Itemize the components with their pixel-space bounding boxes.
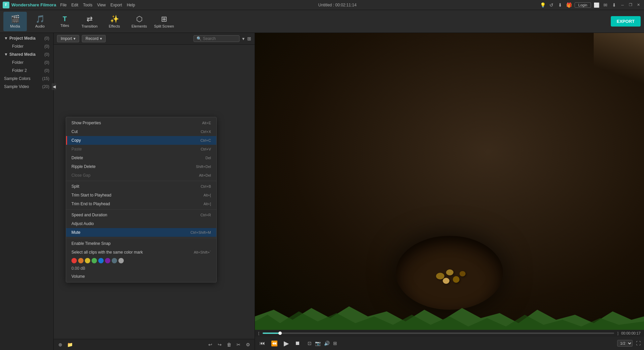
ctx-trim-end-shortcut: Alt+] [204,202,211,206]
ctx-select-same-color-label: Select all clips with the same color mar… [71,250,143,255]
sidebar-item-folder[interactable]: Folder (0) [8,42,53,50]
download-icon[interactable]: ⬇ [557,2,563,8]
export-button[interactable]: EXPORT [611,16,641,27]
search-box[interactable]: 🔍 [194,35,239,42]
color-dot-gray[interactable] [118,258,124,263]
ctx-volume-item[interactable]: Volume [66,272,216,281]
color-dot-yellow[interactable] [85,258,90,263]
tool-elements[interactable]: ⬡ Elements [127,12,151,31]
app-name: Wondershare Filmora [11,2,56,7]
search-input[interactable] [203,36,236,41]
tool-audio-label: Audio [35,24,45,28]
effects-icon: ✨ [110,15,119,24]
stop-button[interactable]: ⏹ [293,340,302,347]
folder-add-icon[interactable]: 📁 [66,341,74,349]
play-button[interactable]: ▶ [282,339,290,348]
ctx-mute[interactable]: Mute Ctrl+Shift+M [66,228,216,237]
import-button[interactable]: Import ▾ [57,35,79,42]
screenshot-icon[interactable]: 📷 [315,341,321,346]
close-button[interactable]: ✕ [636,2,641,8]
color-dot-blue[interactable] [98,258,104,263]
ctx-ripple-delete[interactable]: Ripple Delete Shift+Del [66,162,216,171]
delete-icon[interactable]: 🗑 [225,341,233,349]
sidebar-item-project-media[interactable]: ▼ Project Media (0) [0,34,53,42]
left-bracket-icon[interactable]: [ [258,331,259,335]
frame-icon[interactable]: ⬜ [594,2,600,8]
lamp-icon[interactable]: 💡 [540,2,546,8]
color-dot-gray-blue[interactable] [112,258,117,263]
scissors-icon[interactable]: ✂ [234,341,243,349]
sample-video-label: Sample Video [4,84,29,89]
sidebar-item-shared-folder[interactable]: Folder (0) [8,58,53,67]
fit-icon[interactable]: ⊡ [308,341,312,346]
ctx-speed-duration[interactable]: Speed and Duration Ctrl+R [66,211,216,219]
aspect-icon[interactable]: ⊞ [333,341,337,346]
ctx-select-same-color[interactable]: Select all clips with the same color mar… [66,248,216,257]
color-dot-red[interactable] [71,258,77,263]
ctx-adjust-audio-label: Adjust Audio [71,221,94,226]
record-chevron-icon: ▾ [100,36,102,41]
restore-button[interactable]: ❐ [628,2,633,8]
down-icon[interactable]: ⬇ [611,2,617,8]
refresh-icon[interactable]: ↺ [548,2,554,8]
progress-fill [263,333,280,334]
color-dot-green[interactable] [92,258,97,263]
gift-icon[interactable]: 🎁 [566,2,572,8]
speed-select[interactable]: 1/2 1/4 1 2 [617,340,633,347]
menu-edit[interactable]: Edit [71,3,78,7]
ctx-copy-label: Copy [71,138,81,143]
bottom-toolbar: ⊕ 📁 ↩ ↪ 🗑 ✂ ⚙ [54,339,255,350]
grid-icon[interactable]: ⊞ [247,36,251,41]
ctx-copy[interactable]: Copy Ctrl+C [66,136,216,145]
sidebar-collapse-button[interactable]: ◀ [52,83,56,90]
menu-help[interactable]: Help [127,3,135,7]
playback-progress[interactable] [263,333,614,334]
transition-icon: ⇄ [87,15,93,24]
login-button[interactable]: Login [575,2,591,8]
undo-icon[interactable]: ↩ [206,341,214,349]
preview-controls: ⏮ ⏪ ▶ ⏹ ⊡ 📷 🔊 ⊞ 1/2 1/4 1 2 ⛶ [255,337,644,350]
sidebar-item-shared-media[interactable]: ▼ Shared Media (0) [0,50,53,58]
ctx-show-properties[interactable]: Show Properties Alt+E [66,119,216,127]
tool-effects[interactable]: ✨ Effects [103,12,126,31]
ctx-trim-start[interactable]: Trim Start to Playhead Alt+[ [66,191,216,200]
ctx-split[interactable]: Split Ctrl+B [66,182,216,191]
ctx-adjust-audio[interactable]: Adjust Audio [66,219,216,228]
volume-icon[interactable]: 🔊 [324,341,330,346]
ctx-trim-end[interactable]: Trim End to Playhead Alt+] [66,200,216,208]
menu-export[interactable]: Export [110,3,122,7]
sidebar-item-sample-colors[interactable]: Sample Colors (15) [0,75,53,83]
tool-media[interactable]: 🎬 Media [3,12,27,31]
mail-icon[interactable]: ✉ [602,2,608,8]
settings-icon[interactable]: ⚙ [244,341,252,349]
ctx-close-gap-label: Close Gap [71,173,91,178]
sidebar-item-folder2[interactable]: Folder 2 (0) [8,67,53,75]
menu-bar: File Edit Tools View Export Help [60,3,135,7]
menu-tools[interactable]: Tools [83,3,92,7]
frame-back-button[interactable]: ⏪ [270,340,279,347]
ctx-cut[interactable]: Cut Ctrl+X [66,127,216,136]
tool-titles[interactable]: T Titles [53,12,76,31]
tool-transition[interactable]: ⇄ Transition [78,12,101,31]
tool-audio[interactable]: 🎵 Audio [28,12,52,31]
ctx-delete[interactable]: Delete Del [66,154,216,162]
menu-file[interactable]: File [60,3,66,7]
redo-icon[interactable]: ↪ [216,341,224,349]
chevron-down-icon2: ▼ [4,52,8,57]
color-dot-orange[interactable] [78,258,84,263]
tool-split-screen[interactable]: ⊞ Split Screen [152,12,176,31]
filter-icon[interactable]: ▾ [242,36,245,41]
right-bracket-icon[interactable]: ] [618,331,619,335]
color-dot-purple[interactable] [105,258,110,263]
skip-back-button[interactable]: ⏮ [258,340,266,347]
add-track-icon[interactable]: ⊕ [56,341,64,349]
ctx-sep3 [66,238,216,238]
minimize-button[interactable]: ─ [620,2,625,8]
menu-view[interactable]: View [97,3,106,7]
titlebar-left: F Wondershare Filmora File Edit Tools Vi… [3,2,135,8]
fullscreen-icon[interactable]: ⛶ [636,341,641,346]
record-button[interactable]: Record ▾ [82,35,106,42]
sidebar-item-sample-video[interactable]: Sample Video (20) [0,83,53,91]
volume-display: 0.00 dB [66,265,216,272]
ctx-enable-snap[interactable]: Enable Timeline Snap [66,239,216,248]
